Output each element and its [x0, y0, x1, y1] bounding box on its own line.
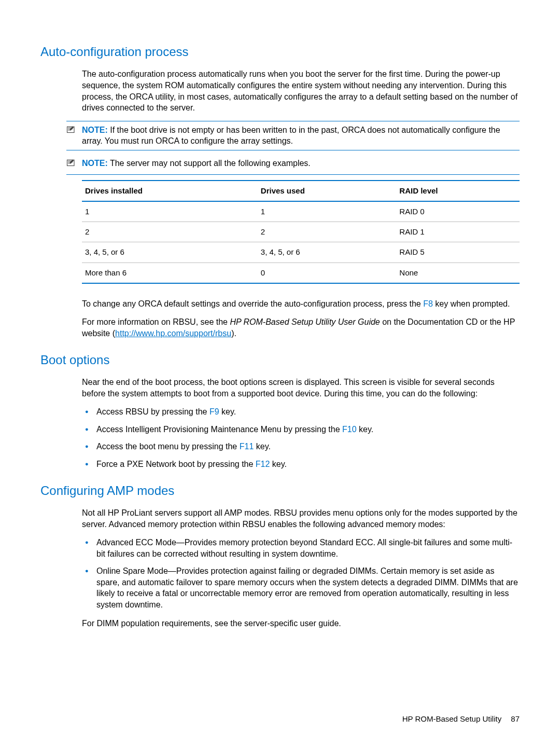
key-f11: F11 — [240, 442, 254, 451]
cell: 2 — [258, 222, 397, 242]
key-f12: F12 — [256, 460, 270, 468]
cell: 3, 4, 5, or 6 — [258, 242, 397, 263]
key-f10: F10 — [342, 425, 357, 434]
cell: RAID 0 — [396, 201, 520, 222]
note-2-body: The server may not support all the follo… — [110, 159, 311, 168]
table-header-row: Drives installed Drives used RAID level — [82, 181, 520, 201]
section-amp-body: Not all HP ProLiant servers support all … — [40, 507, 520, 629]
note-label: NOTE: — [82, 126, 108, 134]
table-wrap: Drives installed Drives used RAID level … — [40, 180, 520, 339]
boot-para1: Near the end of the boot process, the bo… — [82, 377, 520, 399]
text: Access the boot menu by pressing the — [96, 442, 240, 451]
key-f8: F8 — [423, 299, 433, 308]
note-1: NOTE: If the boot drive is not empty or … — [66, 121, 520, 150]
footer-text: HP ROM-Based Setup Utility — [402, 714, 501, 723]
boot-list: Access RBSU by pressing the F9 key. Acce… — [82, 406, 520, 469]
table-row: 3, 4, 5, or 6 3, 4, 5, or 6 RAID 5 — [82, 242, 520, 263]
note-label: NOTE: — [82, 159, 108, 168]
text: For more information on RBSU, see the — [82, 317, 230, 326]
table-row: 1 1 RAID 0 — [82, 201, 520, 222]
cell: 0 — [258, 263, 397, 283]
cell: 2 — [82, 222, 258, 242]
text: key. — [357, 425, 374, 434]
cell: More than 6 — [82, 263, 258, 283]
th-installed: Drives installed — [82, 181, 258, 201]
heading-amp-modes: Configuring AMP modes — [40, 482, 520, 499]
heading-boot-options: Boot options — [40, 352, 520, 368]
notes-group: NOTE: If the boot drive is not empty or … — [66, 121, 520, 175]
amp-list: Advanced ECC Mode—Provides memory protec… — [82, 537, 520, 611]
text: key. — [219, 407, 236, 416]
page-footer: HP ROM-Based Setup Utility 87 — [402, 714, 520, 724]
text: ). — [231, 329, 236, 338]
cell: 3, 4, 5, or 6 — [82, 242, 258, 263]
list-item: Force a PXE Network boot by pressing the… — [82, 459, 520, 470]
cell: RAID 5 — [396, 242, 520, 263]
th-used: Drives used — [258, 181, 397, 201]
auto-para1: The auto-configuration process automatic… — [82, 68, 520, 113]
page-number: 87 — [511, 714, 520, 723]
text: Access Intelligent Provisioning Maintena… — [96, 425, 342, 434]
cell: None — [396, 263, 520, 283]
note-2: NOTE: The server may not support all the… — [66, 155, 520, 175]
auto-para2: To change any ORCA default settings and … — [82, 298, 520, 310]
text: Access RBSU by pressing the — [96, 407, 209, 416]
note-1-text: NOTE: If the boot drive is not empty or … — [82, 125, 520, 147]
section-auto-body: The auto-configuration process automatic… — [40, 68, 520, 113]
note-1-body: If the boot drive is not empty or has be… — [82, 126, 500, 146]
doc-title: HP ROM-Based Setup Utility User Guide — [230, 317, 380, 326]
list-item: Access RBSU by pressing the F9 key. — [82, 406, 520, 418]
list-item: Access the boot menu by pressing the F11… — [82, 441, 520, 452]
auto-para3: For more information on RBSU, see the HP… — [82, 316, 520, 339]
list-item: Online Spare Mode—Provides protection ag… — [82, 565, 520, 610]
table-row: More than 6 0 None — [82, 263, 520, 283]
th-raid: RAID level — [396, 181, 520, 201]
list-item: Access Intelligent Provisioning Maintena… — [82, 424, 520, 435]
text: Force a PXE Network boot by pressing the — [96, 460, 256, 468]
heading-auto-config: Auto-configuration process — [40, 44, 520, 60]
text: key. — [254, 442, 271, 451]
section-boot-body: Near the end of the boot process, the bo… — [40, 377, 520, 470]
key-f9: F9 — [209, 407, 219, 416]
note-2-text: NOTE: The server may not support all the… — [82, 158, 520, 169]
text: To change any ORCA default settings and … — [82, 299, 423, 308]
note-icon — [66, 159, 79, 171]
amp-para1: Not all HP ProLiant servers support all … — [82, 507, 520, 530]
cell: 1 — [82, 201, 258, 222]
cell: RAID 1 — [396, 222, 520, 242]
amp-para2: For DIMM population requirements, see th… — [82, 618, 520, 629]
drives-table: Drives installed Drives used RAID level … — [82, 180, 520, 284]
list-item: Advanced ECC Mode—Provides memory protec… — [82, 537, 520, 559]
note-icon — [66, 126, 79, 138]
text: key when prompted. — [433, 299, 510, 308]
cell: 1 — [258, 201, 397, 222]
rbsu-link[interactable]: http://www.hp.com/support/rbsu — [115, 329, 231, 338]
table-row: 2 2 RAID 1 — [82, 222, 520, 242]
text: key. — [270, 460, 287, 468]
